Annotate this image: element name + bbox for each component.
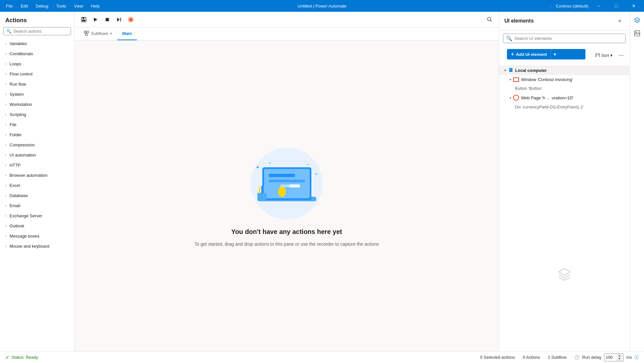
ui-elements-panel: UI elements ✕ 🔍 + Add UI element ▾ <box>499 12 630 351</box>
action-item-loops[interactable]: › Loops <box>0 59 74 69</box>
main-label: Main <box>122 31 132 36</box>
menu-debug[interactable]: Debug <box>32 2 51 10</box>
action-item-exchange[interactable]: › Exchange Server <box>0 211 74 221</box>
action-item-flow-control[interactable]: › Flow control <box>0 69 74 79</box>
collapse-icon: ▾ <box>510 78 511 81</box>
action-item-run-flow[interactable]: › Run flow <box>0 79 74 89</box>
search-box[interactable]: 🔍 <box>3 27 71 35</box>
web-icon <box>513 95 519 101</box>
close-button[interactable]: ✕ <box>626 0 641 12</box>
action-label: File <box>9 122 16 127</box>
action-item-compression[interactable]: › Compression <box>0 140 74 150</box>
tree-item-webpage[interactable]: ▾ Web Page 'h … uration=1D' <box>499 93 630 103</box>
action-item-folder[interactable]: › Folder <box>0 130 74 140</box>
menu-tools[interactable]: Tools <box>53 2 69 10</box>
tab-main[interactable]: Main <box>117 27 137 40</box>
spinner-buttons: ▲ ▼ <box>617 354 622 361</box>
selected-actions-count: 0 Selected actions <box>480 355 515 360</box>
ui-elements-search-box[interactable]: 🔍 <box>503 34 626 43</box>
panel-close-button[interactable]: ✕ <box>615 16 624 25</box>
spinner-up-button[interactable]: ▲ <box>617 354 622 357</box>
action-label: Flow control <box>9 72 32 76</box>
chevron-right-icon: › <box>5 184 6 187</box>
side-icon-images[interactable] <box>631 27 643 39</box>
action-item-email[interactable]: › Email <box>0 201 74 211</box>
toolbar <box>75 12 499 27</box>
chevron-right-icon: › <box>5 113 6 116</box>
sort-button[interactable]: Sort ▾ <box>592 51 615 59</box>
menu-file[interactable]: File <box>3 2 16 10</box>
menu-edit[interactable]: Edit <box>17 2 31 10</box>
action-item-mouse-keyboard[interactable]: › Mouse and keyboard <box>0 241 74 251</box>
ui-elements-search-input[interactable] <box>514 36 623 41</box>
info-icon[interactable]: ⓘ <box>635 355 639 360</box>
actions-title: Actions <box>0 12 74 27</box>
action-item-outlook[interactable]: › Outlook <box>0 221 74 231</box>
next-button[interactable] <box>114 14 124 25</box>
chevron-right-icon: › <box>5 224 6 228</box>
svg-point-9 <box>488 17 491 21</box>
run-delay-value: 100 <box>606 355 613 360</box>
minimize-button[interactable]: − <box>591 0 606 12</box>
tree-item-div[interactable]: Div 'currencyField-DS-EntryPoint1-1' <box>499 103 630 111</box>
run-delay-input[interactable]: 100 ▲ ▼ <box>604 354 624 361</box>
side-icon-ui-elements[interactable] <box>631 14 643 26</box>
menu-help[interactable]: Help <box>88 2 103 10</box>
action-item-http[interactable]: › HTTP <box>0 160 74 170</box>
action-item-excel[interactable]: › Excel <box>0 180 74 190</box>
action-item-workstation[interactable]: › Workstation <box>0 99 74 109</box>
action-item-file[interactable]: › File <box>0 120 74 130</box>
statusbar: ✓ Status: Ready 0 Selected actions 0 Act… <box>0 351 644 363</box>
search-input[interactable] <box>13 29 68 34</box>
svg-text:✦: ✦ <box>256 165 260 170</box>
canvas-search-button[interactable] <box>484 14 495 25</box>
action-item-scripting[interactable]: › Scripting <box>0 109 74 120</box>
action-label: Excel <box>9 183 20 188</box>
tree-item-local-computer[interactable]: ▾ 🖥 Local computer <box>499 65 630 75</box>
search-icon: 🔍 <box>506 35 513 41</box>
action-label: UI automation <box>9 153 36 157</box>
svg-rect-30 <box>257 193 267 200</box>
sort-label: Sort <box>601 53 609 58</box>
div-element-label: Div 'currencyField-DS-EntryPoint1-1' <box>515 105 584 109</box>
action-label: HTTP <box>9 163 21 168</box>
svg-rect-19 <box>269 180 305 182</box>
chevron-right-icon: › <box>5 103 6 106</box>
svg-rect-4 <box>106 18 109 21</box>
action-item-conditionals[interactable]: › Conditionals <box>0 49 74 59</box>
svg-rect-23 <box>280 187 281 191</box>
tree-item-button[interactable]: Button 'Button' <box>499 84 630 93</box>
action-item-message-boxes[interactable]: › Message boxes <box>0 231 74 241</box>
more-options-button[interactable]: ⋯ <box>617 51 626 60</box>
ms-label: ms <box>626 355 632 360</box>
action-label: Browser automation <box>9 173 47 178</box>
add-ui-element-main[interactable]: + Add UI element <box>507 49 551 59</box>
svg-marker-39 <box>635 18 640 21</box>
action-label: Compression <box>9 142 35 147</box>
add-ui-element-button[interactable]: + Add UI element ▾ <box>507 49 585 59</box>
tree-item-window[interactable]: ▾ Window 'Contoso Invoicing' <box>499 75 630 84</box>
svg-rect-25 <box>283 187 285 191</box>
action-item-ui-automation[interactable]: › UI automation <box>0 150 74 160</box>
stop-button[interactable] <box>102 14 113 25</box>
chevron-right-icon: › <box>5 234 6 238</box>
action-item-browser-automation[interactable]: › Browser automation <box>0 170 74 180</box>
chevron-right-icon: › <box>5 42 6 45</box>
add-btn-chevron-icon[interactable]: ▾ <box>551 49 559 59</box>
action-item-variables[interactable]: › Variables <box>0 39 74 49</box>
menu-view[interactable]: View <box>71 2 86 10</box>
action-label: Folder <box>9 132 22 137</box>
account-info[interactable]: 👤 Contoso (default) <box>548 4 588 8</box>
record-button[interactable] <box>126 14 136 25</box>
save-button[interactable] <box>78 14 89 25</box>
maximize-button[interactable]: □ <box>609 0 624 12</box>
action-label: Loops <box>9 61 21 66</box>
run-button[interactable] <box>90 14 101 25</box>
side-icon-rail <box>630 12 644 351</box>
action-item-system[interactable]: › System <box>0 89 74 99</box>
svg-rect-1 <box>82 17 84 19</box>
action-item-database[interactable]: › Database <box>0 190 74 201</box>
spinner-down-button[interactable]: ▼ <box>617 357 622 361</box>
tab-subflows[interactable]: Subflows ▾ <box>78 27 117 40</box>
chevron-right-icon: › <box>5 244 6 248</box>
